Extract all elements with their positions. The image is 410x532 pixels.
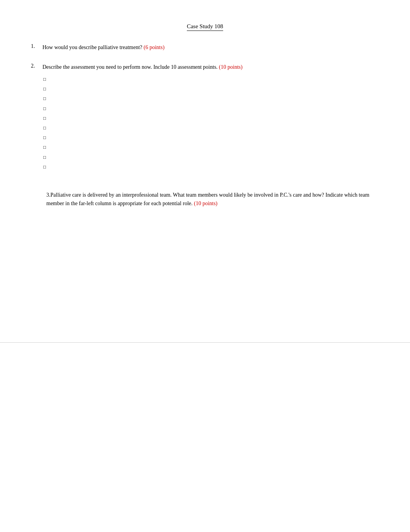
list-item [43, 123, 379, 133]
list-item [43, 104, 379, 113]
page-divider [0, 342, 410, 343]
question-1: 1. How would you describe palliative tre… [31, 43, 379, 51]
question-2-body: Describe the assessment you need to perf… [42, 64, 218, 70]
list-item [43, 113, 379, 123]
question-3: 3.Palliative care is delivered by an int… [46, 191, 379, 208]
page: Case Study 108 1. How would you describe… [0, 0, 410, 532]
list-item [43, 142, 379, 152]
list-item [43, 152, 379, 162]
question-3-points: (10 points) [194, 201, 217, 206]
list-item [43, 93, 379, 103]
title-section: Case Study 108 [31, 23, 379, 31]
list-item [43, 162, 379, 172]
question-2-points: (10 points) [219, 64, 242, 70]
question-2: 2. Describe the assessment you need to p… [31, 63, 379, 172]
list-item [43, 84, 379, 93]
question-2-number: 2. [31, 63, 42, 69]
page-title: Case Study 108 [187, 23, 223, 31]
question-2-bullets [43, 74, 379, 172]
question-1-points: (6 points) [144, 44, 164, 50]
question-1-text: How would you describe palliative treatm… [42, 43, 164, 51]
question-2-text: Describe the assessment you need to perf… [42, 63, 242, 71]
list-item [43, 133, 379, 142]
question-1-number: 1. [31, 43, 42, 49]
list-item [43, 74, 379, 84]
question-3-text: 3.Palliative care is delivered by an int… [46, 191, 379, 208]
question-1-body: How would you describe palliative treatm… [42, 44, 142, 50]
